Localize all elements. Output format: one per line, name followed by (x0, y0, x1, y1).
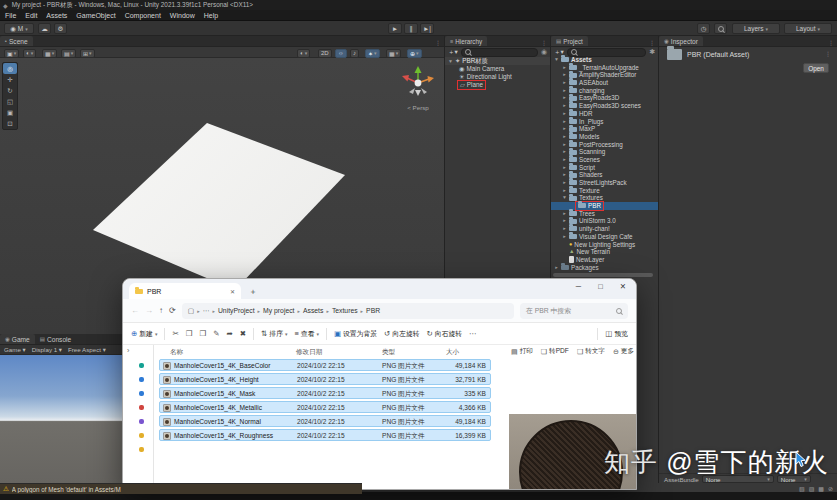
scene-view-option-6[interactable]: ⊕▾ (407, 49, 422, 58)
explorer-search-input[interactable]: 在 PBR 中搜索 (520, 303, 628, 319)
file-row-ManholeCover15_4K_Height[interactable]: ManholeCover15_4K_Height2024/10/2 22:15P… (159, 373, 491, 385)
tool-move-icon[interactable]: ✛ (3, 74, 17, 85)
to-pdf-button[interactable]: ❏转PDF (541, 347, 569, 356)
close-icon[interactable]: ✕ (620, 282, 626, 291)
back-icon[interactable]: ← (131, 306, 139, 315)
project-options-icon[interactable]: ✱ (649, 48, 655, 56)
inspector-footer-icon-1[interactable]: ▨ (809, 485, 815, 492)
hierarchy-item-main-camera[interactable]: ◉Main Camera (445, 65, 550, 73)
menu-file[interactable]: File (5, 12, 16, 19)
project-item-streetlightspack[interactable]: ▸StreetLightsPack (551, 179, 658, 187)
minimize-icon[interactable]: ─ (576, 282, 581, 291)
tab-scene[interactable]: ▪Scene (0, 36, 33, 46)
sidebar-item-icon-5[interactable] (139, 433, 144, 438)
orientation-gizmo[interactable] (399, 63, 437, 101)
file-row-ManholeCover15_4K_Mask[interactable]: ManholeCover15_4K_Mask2024/10/2 22:15PNG… (159, 387, 491, 399)
project-item-unity-chan-[interactable]: ▸unity-chan! (551, 225, 658, 233)
inspector-footer-icon-0[interactable]: ▧ (799, 485, 805, 492)
sidebar-item-icon-6[interactable] (139, 447, 144, 452)
sort-button[interactable]: ⇅排序▾ (261, 329, 287, 339)
project-item-postprocessing[interactable]: ▸PostProcessing (551, 141, 658, 149)
scene-view-option-5[interactable]: ▦▾ (386, 49, 401, 58)
project-item-in-plugs[interactable]: ▸In_Plugs (551, 118, 658, 126)
sidebar-item-icon-0[interactable] (139, 363, 144, 368)
project-item--terrainautoupgrade[interactable]: ▸_TerrainAutoUpgrade (551, 64, 658, 72)
explorer-tab[interactable]: PBR ✕ (129, 283, 241, 299)
scene-tool-button-3[interactable]: ▤▾ (61, 49, 76, 58)
project-item-hdr[interactable]: ▸HDR (551, 110, 658, 118)
set-background-button[interactable]: ▣设置为背景 (334, 329, 377, 339)
tab-console[interactable]: ▤Console (35, 334, 76, 344)
panel-menu-icon[interactable]: ⋮ (435, 39, 444, 46)
paste-button[interactable]: ❒ (199, 329, 206, 338)
scene-view-option-1[interactable]: 2D (318, 49, 332, 58)
print-button[interactable]: ▤打印 (511, 347, 533, 356)
hierarchy-filter-icon[interactable]: ◉ (541, 48, 547, 56)
project-item-textures[interactable]: ▼Textures (551, 194, 658, 202)
maximize-icon[interactable]: □ (598, 282, 603, 291)
column-header-1[interactable]: 修改日期 (296, 348, 322, 357)
view-button[interactable]: ≡查看▾ (294, 329, 319, 339)
project-item-unistorm-3-0[interactable]: ▸UniStorm 3.0 (551, 217, 658, 225)
sidebar-item-icon-1[interactable] (139, 377, 144, 382)
hierarchy-search-input[interactable] (461, 48, 538, 57)
menu-gameobject[interactable]: GameObject (76, 12, 115, 19)
menu-help[interactable]: Help (204, 12, 218, 19)
breadcrumb-my-project[interactable]: My project (263, 307, 294, 314)
forward-icon[interactable]: → (145, 306, 153, 315)
project-item-visual-design-cafe[interactable]: ▸Visual Design Cafe (551, 233, 658, 241)
tab-game[interactable]: ◉Game (0, 334, 35, 344)
project-item-newlayer[interactable]: NewLayer (551, 256, 658, 264)
project-item-aseabout[interactable]: ▸ASEAbout (551, 79, 658, 87)
project-item-trees[interactable]: ▸Trees (551, 210, 658, 218)
scene-tool-button-1[interactable]: ◐▾ (23, 49, 36, 58)
inspector-item-menu-icon[interactable]: ⋮ (825, 50, 834, 57)
breadcrumb-ellipsis[interactable]: ⋯ (203, 307, 210, 315)
tool-rect-icon[interactable]: ▣ (3, 107, 17, 118)
scene-tool-button-4[interactable]: ⊞▾ (80, 49, 95, 58)
breadcrumb-textures[interactable]: Textures (332, 307, 358, 314)
project-item-models[interactable]: ▸Models (551, 133, 658, 141)
breadcrumb-pbr[interactable]: PBR (366, 307, 380, 314)
to-text-button[interactable]: ❑转文字 (577, 347, 605, 356)
expand-sidebar-icon[interactable]: › (127, 347, 129, 354)
breadcrumb[interactable]: ▢▸⋯▸UnityProject▸My project▸Assets▸Textu… (182, 303, 514, 319)
tab-project[interactable]: ▤Project (551, 36, 588, 46)
account-button[interactable]: ◉ M ▾ (4, 23, 34, 34)
status-bar[interactable]: ⚠ A polygon of Mesh 'default' in Assets/… (0, 483, 362, 494)
aspect-dropdown[interactable]: Free Aspect ▾ (68, 346, 106, 353)
up-icon[interactable]: ↑ (159, 306, 163, 315)
column-header-3[interactable]: 大小 (446, 348, 459, 357)
project-item-shaders[interactable]: ▸Shaders (551, 171, 658, 179)
scene-view-option-4[interactable]: ✶▾ (365, 49, 380, 58)
project-item-assets[interactable]: ▼Assets (551, 56, 658, 64)
menu-assets[interactable]: Assets (46, 12, 67, 19)
project-item-scanning[interactable]: ▸Scanning (551, 148, 658, 156)
tool-view-icon[interactable]: ◎ (3, 63, 17, 74)
project-item-easyroads3d-scenes[interactable]: ▸EasyRoads3D scenes (551, 102, 658, 110)
project-item-new-terrain[interactable]: ▲New Terrain (551, 248, 658, 256)
cloud-button[interactable]: ☁ (38, 23, 51, 34)
file-row-ManholeCover15_4K_Normal[interactable]: ManholeCover15_4K_Normal2024/10/2 22:15P… (159, 415, 491, 427)
project-item-pbr[interactable]: PBR (551, 202, 658, 210)
panel-menu-icon[interactable]: ⋮ (828, 39, 837, 46)
tool-transform-icon[interactable]: ⊡ (3, 118, 17, 129)
panel-menu-icon[interactable]: ⋮ (649, 39, 658, 46)
play-button[interactable]: ► (388, 23, 402, 34)
delete-button[interactable]: ✖ (240, 329, 246, 338)
project-item-changing[interactable]: ▸changing (551, 87, 658, 95)
layout-dropdown[interactable]: Layout▾ (784, 23, 832, 34)
copy-button[interactable]: ❐ (186, 329, 193, 338)
project-item-new-lighting-settings[interactable]: ●New Lighting Settings (551, 241, 658, 249)
project-item-maxp[interactable]: ▸MaxP (551, 125, 658, 133)
game-mode-dropdown[interactable]: Game ▾ (4, 346, 26, 353)
menu-window[interactable]: Window (170, 12, 195, 19)
file-row-ManholeCover15_4K_Metallic[interactable]: ManholeCover15_4K_Metallic2024/10/2 22:1… (159, 401, 491, 413)
cut-button[interactable]: ✂ (172, 329, 178, 338)
project-item-amplifyshadereditor[interactable]: ▸AmplifyShaderEditor (551, 71, 658, 79)
tool-scale-icon[interactable]: ◱ (3, 96, 17, 107)
sidebar-item-icon-2[interactable] (139, 391, 144, 396)
add-object-button[interactable]: ＋▾ (448, 48, 458, 57)
rotate-left-button[interactable]: ↺向左旋转 (384, 329, 419, 339)
tab-hierarchy[interactable]: ≡Hierarchy (445, 36, 487, 46)
